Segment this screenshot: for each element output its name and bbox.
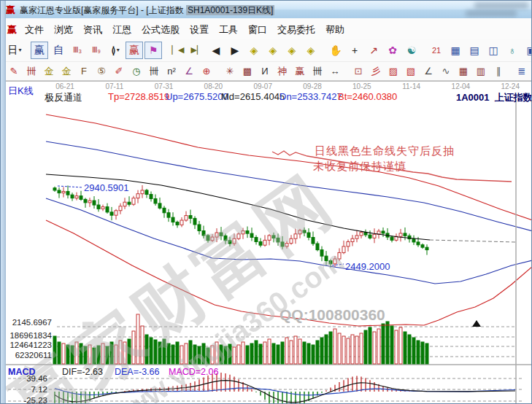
shen-lattice-icon[interactable]: 神	[274, 63, 290, 79]
brain-icon[interactable]: ☯	[403, 42, 420, 59]
volume-scale-label: 2145.6967	[4, 318, 52, 327]
column-edit-icon[interactable]: ≣	[514, 63, 530, 79]
angle-rule-icon: ∠	[185, 66, 193, 77]
toolbar-main: 日▾赢自Ⅲ₃Ⅲ₉≬▾赢⚑▏◀▶▏◀▶◈◈◈◈✋+↗✿☯21▦▤◫♁▣	[1, 39, 532, 62]
clock-wheel-icon: ◷	[132, 66, 140, 77]
target-icon[interactable]: ⊕	[198, 63, 215, 79]
web-save-icon[interactable]: ♁	[504, 42, 521, 59]
volume-scale-label: 62320611	[4, 351, 52, 360]
prev-page-icon[interactable]: ◀	[207, 42, 225, 59]
brush-icon[interactable]: ✐	[111, 63, 127, 79]
annotation-low-price: 2449.2000	[345, 261, 390, 272]
gann-fan-icon[interactable]: 彡	[368, 63, 384, 79]
save-icon: ◫	[488, 44, 498, 56]
clock-wheel-icon[interactable]: ◷	[128, 63, 144, 79]
n2-icon[interactable]: n²	[163, 63, 180, 79]
fan-box-icon[interactable]: ▨	[385, 63, 401, 79]
segment-icon[interactable]: ↗	[365, 42, 382, 59]
dropdown-caret-icon: ▾	[18, 47, 21, 53]
hand-icon[interactable]: ✋	[327, 42, 344, 59]
span-icon[interactable]: ↔	[327, 63, 343, 79]
flag-icon[interactable]: ⚑	[144, 42, 162, 59]
pen-icon[interactable]: ✎	[6, 63, 22, 79]
date-tick: 06-21	[55, 82, 74, 90]
volume-scale-label: 186961834	[4, 331, 52, 340]
angle-fan-icon[interactable]: ∠	[420, 63, 436, 79]
save-icon[interactable]: ◫	[485, 42, 502, 59]
candle-style-icon[interactable]: ≬▾	[107, 42, 124, 59]
shrink-y-icon: ◈	[288, 44, 296, 56]
indicator-bt: Bt=2460.0380	[338, 91, 397, 102]
date-tick: 11-14	[402, 82, 420, 90]
f-lattice-icon[interactable]: F	[76, 63, 92, 79]
zigzag-icon[interactable]: ∿	[438, 63, 454, 79]
column-edit-icon: ≣	[518, 66, 526, 77]
crosshair-icon[interactable]: +	[346, 42, 363, 59]
box-tool-icon[interactable]: ⊡	[350, 63, 366, 79]
bars-9-icon[interactable]: Ⅲ₉	[88, 42, 105, 59]
web-box-icon[interactable]: ▩	[239, 63, 255, 79]
notepad-icon[interactable]: ▤	[466, 42, 483, 59]
spiderweb-icon[interactable]: ✳	[222, 63, 238, 79]
zigzag-icon: ∿	[442, 66, 450, 77]
bars-3-icon[interactable]: Ⅲ₃	[69, 42, 86, 59]
title-bar: 赢 赢家江恩专业版[赢家服务平台] - [上证指数 SH1A0001-139日K…	[1, 1, 532, 19]
macd-scale-label: 39.46	[4, 374, 47, 383]
chart-mode-icon[interactable]: 赢	[31, 42, 48, 59]
volume-scale-label: 124641223	[4, 341, 52, 349]
n2-icon: n²	[167, 66, 176, 77]
menu-window[interactable]: 窗口	[248, 23, 267, 36]
annotation-high-price: 2940.5901	[84, 182, 128, 193]
print-icon[interactable]: ▣	[523, 42, 532, 59]
date-tick: 12-24	[501, 82, 520, 90]
indicator-header: 极反通道 Tp=2728.8519 Up=2675.5200 Md=2615.4…	[1, 91, 532, 102]
dense-grid-icon[interactable]: ▦	[455, 63, 471, 79]
prev-page-icon: ◀	[212, 44, 220, 56]
calendar-icon[interactable]: 21	[428, 42, 445, 59]
five-ring-icon[interactable]: ⑤	[93, 63, 109, 79]
menu-logo-icon: 赢	[7, 23, 17, 36]
shrink-x-icon[interactable]: ◈	[245, 42, 263, 59]
segment-icon: ↗	[369, 44, 378, 56]
calculator-icon[interactable]: ▦	[447, 42, 464, 59]
shrink-y-icon[interactable]: ◈	[283, 42, 301, 59]
next-page-icon[interactable]: ▶	[226, 42, 244, 59]
expand-y-icon[interactable]: ◈	[302, 42, 320, 59]
ruler-lattice-icon[interactable]: 卌	[309, 63, 325, 79]
info-list-icon[interactable]: 自	[50, 42, 67, 59]
fan-box-2-icon[interactable]: ▧	[403, 63, 419, 79]
gold-lattice-icon[interactable]: 金	[41, 63, 57, 79]
menu-browse[interactable]: 浏览	[54, 23, 73, 36]
f-lattice-icon: F	[81, 66, 87, 77]
gold-lattice-2-icon[interactable]: 金	[58, 63, 74, 79]
bars-3-icon: Ⅲ₃	[73, 45, 82, 55]
gann-tool-icon[interactable]: 赢	[126, 42, 143, 59]
dense-grid-2-icon[interactable]: ▥	[473, 63, 489, 79]
last-bar-icon[interactable]: ▶▏	[188, 42, 206, 59]
date-tick: 09-28	[303, 82, 322, 90]
macd-macd-value: MACD=2.06	[169, 367, 218, 377]
period-day-icon[interactable]: 日▾	[6, 42, 23, 59]
parallel-lines-icon[interactable]: ∥	[490, 63, 506, 79]
ribbon-icon[interactable]: ✿	[384, 42, 401, 59]
first-bar-icon[interactable]: ▏◀	[169, 42, 187, 59]
parallel-lines-icon: ∥	[496, 66, 501, 77]
blurred-watermark	[474, 2, 528, 9]
lattice-icon[interactable]: 卌	[23, 63, 39, 79]
menu-news[interactable]: 资讯	[83, 23, 102, 36]
menu-gann[interactable]: 江恩	[112, 23, 131, 36]
md-projection-line	[430, 240, 515, 242]
menu-help[interactable]: 帮助	[325, 23, 344, 36]
indicator-md: Md=2615.4045	[221, 91, 285, 102]
win-box-icon[interactable]: 赢	[292, 63, 308, 79]
menu-file[interactable]: 文件	[25, 23, 44, 36]
macd-dif-value: DIF=-2.63	[62, 367, 103, 377]
menu-trade[interactable]: 交易委托	[277, 23, 315, 36]
menu-formula-stockpick[interactable]: 公式选股	[142, 23, 180, 36]
wave-icon[interactable]: И	[257, 63, 273, 79]
menu-settings[interactable]: 设置	[190, 23, 209, 36]
plain-lattice-icon[interactable]: 卌	[146, 63, 162, 79]
expand-x-icon[interactable]: ◈	[264, 42, 282, 59]
angle-rule-icon[interactable]: ∠	[181, 63, 197, 79]
menu-tools[interactable]: 工具	[219, 23, 238, 36]
